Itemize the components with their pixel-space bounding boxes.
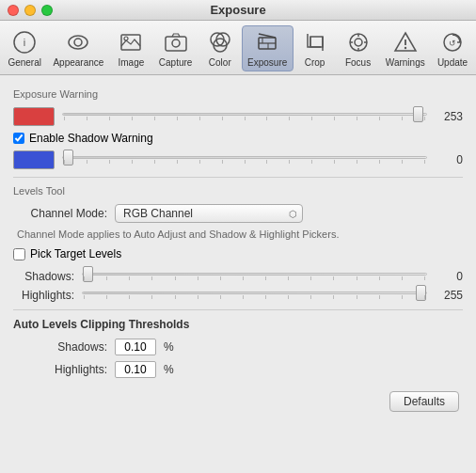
highlight-value: 253 — [435, 110, 463, 123]
warnings-icon — [392, 29, 419, 55]
highlight-color-swatch[interactable] — [13, 107, 55, 126]
svg-point-20 — [405, 47, 406, 49]
shadow-color-swatch[interactable] — [13, 150, 55, 169]
pick-target-checkbox[interactable] — [13, 248, 25, 260]
pick-target-label: Pick Target Levels — [30, 247, 121, 260]
section-divider-2 — [13, 309, 463, 310]
levels-shadows-slider-container — [82, 273, 427, 280]
content-area: Exposure Warning 253 Enable Shadow Warni… — [0, 75, 476, 421]
auto-shadows-label: Shadows: — [13, 340, 107, 354]
auto-shadows-input[interactable] — [115, 339, 156, 355]
channel-mode-select[interactable]: RGB Channel Red Channel Green Channel Bl… — [115, 204, 303, 223]
highlight-slider[interactable] — [62, 113, 427, 116]
auto-highlights-row: Highlights: % — [13, 361, 463, 378]
svg-text:↺: ↺ — [449, 39, 456, 48]
levels-shadows-value: 0 — [435, 270, 463, 283]
toolbar: i General Appearance Image — [0, 21, 476, 75]
general-icon: i — [11, 29, 38, 55]
channel-mode-label: Channel Mode: — [13, 207, 107, 220]
levels-highlights-value: 255 — [435, 289, 463, 302]
toolbar-item-appearance[interactable]: Appearance — [47, 25, 109, 71]
toolbar-item-warnings[interactable]: Warnings — [380, 25, 431, 71]
general-label: General — [8, 57, 41, 68]
maximize-button[interactable] — [41, 5, 53, 16]
shadow-warning-checkbox-row: Enable Shadow Warning — [13, 132, 463, 145]
minimize-button[interactable] — [24, 5, 36, 16]
capture-label: Capture — [159, 57, 193, 68]
auto-highlights-input[interactable] — [115, 361, 156, 378]
channel-mode-row: Channel Mode: RGB Channel Red Channel Gr… — [13, 204, 463, 223]
defaults-row: Defaults — [13, 391, 463, 412]
image-label: Image — [119, 57, 145, 68]
appearance-label: Appearance — [53, 57, 103, 68]
levels-highlights-row: Highlights: 255 — [13, 289, 463, 302]
highlight-slider-container — [62, 113, 427, 120]
channel-mode-select-wrapper: RGB Channel Red Channel Green Channel Bl… — [115, 204, 303, 223]
update-label: Update — [437, 57, 468, 68]
toolbar-item-general[interactable]: i General — [2, 25, 47, 71]
toolbar-item-image[interactable]: Image — [109, 25, 152, 71]
auto-highlights-label: Highlights: — [13, 363, 107, 376]
svg-text:i: i — [24, 37, 25, 48]
svg-point-2 — [69, 36, 87, 49]
svg-point-7 — [172, 39, 180, 47]
appearance-icon — [65, 29, 91, 55]
color-icon — [207, 29, 233, 55]
color-label: Color — [209, 57, 231, 68]
levels-highlights-label: Highlights: — [13, 289, 74, 302]
window-title: Exposure — [210, 3, 265, 17]
shadow-slider-row: 0 — [13, 150, 463, 169]
levels-highlights-slider-container — [82, 292, 427, 299]
image-icon — [118, 29, 144, 55]
toolbar-item-color[interactable]: Color — [198, 25, 242, 71]
defaults-button[interactable]: Defaults — [389, 391, 459, 412]
svg-point-3 — [74, 39, 82, 46]
levels-highlights-slider[interactable] — [82, 292, 427, 294]
toolbar-item-exposure[interactable]: Exposure — [242, 25, 294, 71]
exposure-label: Exposure — [247, 57, 287, 68]
pick-target-row: Pick Target Levels — [13, 247, 463, 260]
levels-shadows-row: Shadows: 0 — [13, 270, 463, 283]
toolbar-item-crop[interactable]: Crop — [294, 25, 337, 71]
auto-highlights-percent: % — [164, 363, 174, 376]
toolbar-item-update[interactable]: ↺ Update — [431, 25, 474, 71]
capture-icon — [163, 29, 189, 55]
exposure-warning-section: Exposure Warning 253 Enable Shadow Warni… — [13, 88, 463, 169]
auto-shadows-percent: % — [164, 340, 174, 354]
close-button[interactable] — [8, 5, 19, 16]
shadow-warning-label: Enable Shadow Warning — [29, 132, 153, 145]
levels-tool-title: Levels Tool — [13, 185, 463, 197]
auto-levels-section: Auto Levels Clipping Thresholds Shadows:… — [13, 318, 463, 378]
update-icon: ↺ — [439, 29, 466, 55]
shadow-value: 0 — [435, 153, 463, 166]
shadow-slider[interactable] — [62, 156, 427, 159]
shadow-slider-container — [62, 156, 427, 164]
focus-label: Focus — [345, 57, 371, 68]
channel-mode-hint: Channel Mode applies to Auto Adjust and … — [17, 229, 463, 240]
window-controls[interactable] — [8, 5, 53, 16]
auto-levels-title: Auto Levels Clipping Thresholds — [13, 318, 463, 331]
exposure-icon — [254, 29, 280, 55]
toolbar-item-capture[interactable]: Capture — [152, 25, 198, 71]
levels-shadows-slider[interactable] — [82, 273, 427, 276]
shadow-warning-checkbox[interactable] — [13, 133, 24, 144]
focus-icon — [345, 29, 372, 55]
highlight-slider-row: 253 — [13, 107, 463, 126]
crop-icon — [302, 29, 328, 55]
auto-shadows-row: Shadows: % — [13, 339, 463, 355]
svg-rect-12 — [310, 37, 323, 47]
toolbar-item-focus[interactable]: Focus — [337, 25, 380, 71]
crop-label: Crop — [305, 57, 325, 68]
svg-point-5 — [124, 37, 128, 40]
exposure-warning-title: Exposure Warning — [13, 88, 463, 100]
section-divider-1 — [13, 177, 463, 178]
svg-point-14 — [355, 39, 362, 46]
warnings-label: Warnings — [386, 57, 425, 68]
levels-shadows-label: Shadows: — [13, 270, 74, 283]
title-bar: Exposure — [0, 0, 476, 21]
levels-tool-section: Levels Tool Channel Mode: RGB Channel Re… — [13, 185, 463, 302]
